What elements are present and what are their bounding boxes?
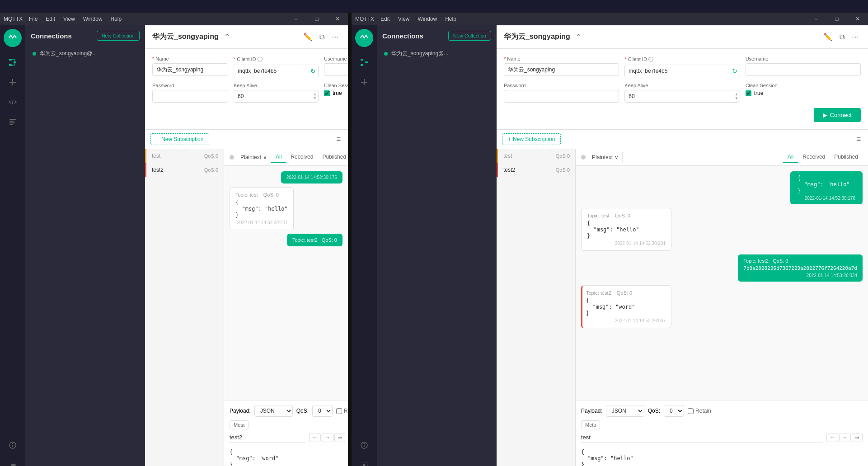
password-input[interactable] [152, 90, 228, 103]
format-dropdown[interactable]: Plaintext ∨ [237, 152, 271, 162]
w2-next-topic-button[interactable]: → [839, 433, 851, 442]
collapse-icon[interactable]: ⌃ [222, 31, 232, 43]
w2-password-input[interactable] [504, 90, 619, 103]
w2-keep-alive-input[interactable] [624, 90, 740, 103]
more-icon[interactable]: ⋯ [330, 31, 341, 43]
sidebar-item-settings[interactable] [5, 457, 21, 466]
maximize-button[interactable]: □ [306, 13, 327, 25]
edit-icon[interactable]: ✏️ [301, 31, 314, 43]
topic-input[interactable] [230, 432, 305, 443]
clean-session-checkbox[interactable] [324, 90, 330, 96]
w2-sidebar-info[interactable] [356, 437, 372, 453]
payload-format-select[interactable]: JSON Plaintext Hex Base64 [254, 405, 293, 417]
w2-connect-button[interactable]: ▶ Connect [814, 108, 861, 122]
w2-copy-icon[interactable]: ⧉ [838, 31, 846, 43]
w2-qos-select[interactable]: 0 1 2 [664, 405, 684, 417]
close-button[interactable]: ✕ [327, 13, 348, 25]
w2-tab-received[interactable]: Received [798, 152, 830, 163]
w2-maximize-button[interactable]: □ [826, 13, 847, 25]
logo-button[interactable] [4, 29, 22, 47]
w2-client-id-input[interactable] [624, 65, 740, 77]
w2-new-subscription-button[interactable]: + New Subscription [502, 133, 561, 145]
w2-retain-checkbox[interactable] [688, 408, 694, 414]
w2-message-received-2: Topic: test2 QoS: 0 { "msg": "word"} 202… [581, 285, 671, 328]
w2-menu-edit[interactable]: Edit [377, 13, 394, 25]
w2-close-button[interactable]: ✕ [847, 13, 868, 25]
w2-sidebar-add[interactable] [356, 74, 372, 90]
sidebar-item-info[interactable] [5, 437, 21, 453]
w2-subscription-item-test2[interactable]: test2 QoS 0 [497, 163, 575, 177]
forward-topic-button[interactable]: ⇒ [334, 433, 345, 442]
w2-forward-topic-button[interactable]: ⇒ [852, 433, 863, 442]
w2-menu-help[interactable]: Help [441, 13, 460, 25]
tab-published[interactable]: Published [318, 152, 348, 163]
menu-help[interactable]: Help [107, 13, 126, 25]
menu-view[interactable]: View [60, 13, 79, 25]
svg-point-24 [364, 443, 365, 444]
sidebar-item-add[interactable] [5, 74, 21, 90]
connection-name: 华为云_songyaping@... [40, 50, 97, 57]
w2-subscription-item-test[interactable]: test QoS 0 [497, 149, 575, 163]
w2-new-collection-button[interactable]: New Collection [448, 31, 491, 41]
new-collection-button[interactable]: New Collection [97, 31, 140, 41]
next-topic-button[interactable]: → [322, 433, 333, 442]
w2-username-input[interactable] [746, 63, 861, 76]
w2-collapse-icon[interactable]: ⌃ [574, 31, 583, 43]
qos-select[interactable]: 0 1 2 [312, 405, 333, 417]
subscription-item-test[interactable]: test QoS 0 [145, 149, 224, 163]
connection-item[interactable]: 华为云_songyaping@... [29, 46, 141, 61]
minimize-button[interactable]: − [286, 13, 306, 25]
w2-menu-view[interactable]: View [394, 13, 413, 25]
w2-topic-input[interactable] [581, 432, 823, 443]
tab-received[interactable]: Received [286, 152, 318, 163]
copy-icon[interactable]: ⧉ [318, 31, 326, 43]
keep-alive-input[interactable] [234, 90, 319, 103]
w2-tab-all[interactable]: All [783, 152, 798, 163]
client-id-input[interactable] [234, 65, 319, 77]
w2-sidebar-connections[interactable] [356, 54, 372, 71]
message-item: Topic: test QoS: 0 { "msg": "hello"} 202… [230, 187, 294, 230]
svg-rect-0 [9, 59, 12, 61]
sidebar-item-code[interactable] [5, 94, 21, 110]
meta-button[interactable]: Meta [230, 420, 249, 429]
w2-payload-format-select[interactable]: JSON Plaintext Hex Base64 [606, 405, 644, 417]
w2-edit-icon[interactable]: ✏️ [821, 31, 834, 43]
sidebar-item-connections[interactable] [5, 54, 21, 71]
w2-payload-textarea[interactable]: { "msg": "hello" } [581, 446, 863, 466]
refresh-icon[interactable]: ↻ [310, 67, 316, 75]
w2-prev-topic-button[interactable]: ← [826, 433, 838, 442]
w2-format-dropdown[interactable]: Plaintext ∨ [588, 152, 623, 162]
payload-label: Payload: [230, 408, 251, 414]
w2-name-input[interactable] [504, 63, 619, 76]
w2-sidebar-settings[interactable] [356, 457, 372, 466]
menu-edit[interactable]: Edit [42, 13, 59, 25]
w2-sub-qos-test: QoS 0 [556, 153, 570, 159]
w2-minimize-button[interactable]: − [806, 13, 826, 25]
menu-file[interactable]: File [25, 13, 41, 25]
menu-window[interactable]: Window [80, 13, 106, 25]
w2-keep-alive-down[interactable]: ▼ [735, 97, 738, 100]
msg-topic-header: Topic: test QoS: 0 [235, 192, 288, 198]
sidebar-item-logs[interactable] [5, 114, 21, 130]
prev-topic-button[interactable]: ← [309, 433, 321, 442]
keep-alive-down[interactable]: ▼ [313, 97, 317, 100]
subscription-item-test2[interactable]: test2 QoS 0 [145, 163, 224, 177]
w2-filter-icon[interactable]: ≡ [855, 133, 863, 145]
w2-refresh-icon[interactable]: ↻ [732, 67, 737, 75]
w2-clean-session-checkbox[interactable] [746, 90, 751, 96]
name-input[interactable] [152, 63, 228, 76]
retain-checkbox[interactable] [336, 408, 342, 414]
new-subscription-button[interactable]: + New Subscription [150, 133, 209, 145]
tab-all[interactable]: All [271, 152, 286, 163]
w2-connection-item[interactable]: 华为云_songyaping@... [380, 46, 493, 61]
payload-textarea[interactable]: { "msg": "word" } [230, 446, 343, 466]
w2-more-icon[interactable]: ⋯ [850, 31, 861, 43]
w2-menu-window[interactable]: Window [414, 13, 441, 25]
qos-label: QoS: [296, 408, 309, 414]
keep-alive-up[interactable]: ▲ [313, 93, 317, 96]
filter-icon[interactable]: ≡ [335, 133, 343, 145]
w2-meta-button[interactable]: Meta [581, 420, 600, 429]
w2-tab-published[interactable]: Published [830, 152, 863, 163]
w2-keep-alive-up[interactable]: ▲ [735, 93, 738, 96]
w2-logo-button[interactable] [355, 29, 373, 47]
